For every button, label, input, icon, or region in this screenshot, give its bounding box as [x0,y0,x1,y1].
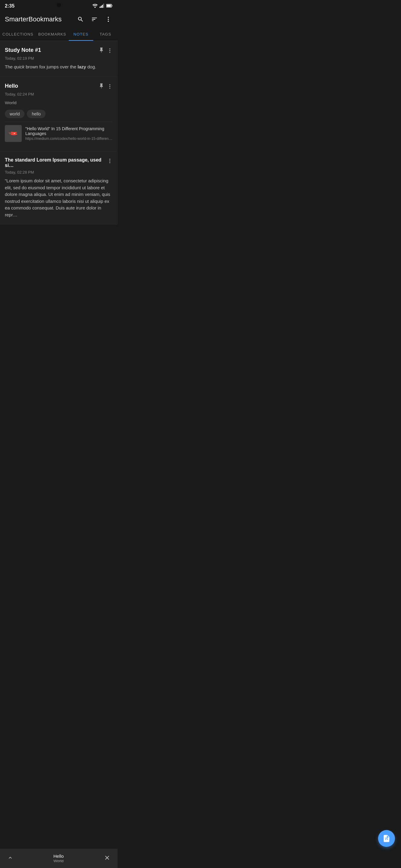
tag-chip[interactable]: hello [27,110,46,118]
svg-point-10 [108,21,109,22]
app-title: SmarterBookmarks [5,16,76,23]
note-timestamp: Today, 02:19 PM [5,56,113,61]
svg-point-19 [109,162,110,163]
battery-icon [106,4,113,8]
note-preview: World [5,99,113,106]
note-card-actions [98,83,113,90]
pin-icon [98,83,105,90]
svg-point-14 [109,84,110,85]
svg-rect-6 [112,5,113,7]
note-preview: The quick brown fox jumps over the lazy … [5,64,113,70]
note-header: Study Note #1 [5,47,113,54]
svg-rect-3 [102,5,103,8]
note-preview: "Lorem ipsum dolor sit amet, consectetur… [5,178,113,218]
svg-rect-2 [101,6,102,8]
svg-rect-1 [99,7,101,8]
note-title: The standard Lorem Ipsum passage, used s… [5,157,107,168]
pin-icon [98,47,105,54]
tab-collections[interactable]: COLLECTIONS [0,28,36,41]
strikethrough-text: World [5,100,17,105]
note-title: Hello [5,83,98,89]
tab-tags[interactable]: TAGS [93,28,118,41]
bookmark-title: "Hello World" In 15 Different Programmin… [25,126,113,136]
svg-point-13 [109,52,110,53]
status-bar: 2:35 [0,0,118,11]
more-options-button[interactable] [104,15,113,24]
bookmark-thumb-icon: 🔖 [7,128,19,139]
tag-chip[interactable]: world [5,110,24,118]
note-more-button[interactable] [107,158,113,164]
notes-list: Study Note #1 Today, 02:19 PM The [0,41,118,224]
svg-point-18 [109,160,110,161]
bookmark-url: https://medium.com/codex/hello-world-in-… [25,136,113,141]
svg-point-15 [109,86,110,87]
note-card[interactable]: Hello Today, 02:24 PM World [0,77,118,152]
note-header: Hello [5,83,113,90]
status-icons [92,4,113,9]
note-title: Study Note #1 [5,47,98,53]
tab-bookmarks[interactable]: BOOKMARKS [36,28,69,41]
svg-point-11 [109,49,110,50]
signal-icon [99,4,105,9]
tab-notes[interactable]: NOTES [69,28,93,41]
svg-point-8 [108,17,109,18]
note-more-button[interactable] [107,84,113,90]
bookmark-attachment[interactable]: 🔖 "Hello World" In 15 Different Programm… [5,122,113,145]
filter-button[interactable] [90,15,99,24]
status-time: 2:35 [5,3,15,9]
note-more-button[interactable] [107,48,113,54]
svg-point-17 [109,159,110,160]
tags-container: world hello [5,110,113,118]
camera-notch [57,3,61,7]
svg-point-9 [108,19,109,20]
bookmark-info: "Hello World" In 15 Different Programmin… [25,126,113,141]
note-card-actions [98,47,113,54]
tabs: COLLECTIONS BOOKMARKS NOTES TAGS [0,28,118,41]
svg-point-12 [109,50,110,51]
note-card-actions [107,158,113,164]
svg-point-16 [109,88,110,89]
note-timestamp: Today, 02:24 PM [5,92,113,96]
svg-rect-7 [107,5,111,7]
svg-rect-4 [103,4,104,8]
search-button[interactable] [76,15,85,24]
bookmark-thumbnail: 🔖 [5,125,22,142]
app-bar: SmarterBookmarks [0,11,118,28]
svg-point-0 [94,7,96,8]
note-card[interactable]: The standard Lorem Ipsum passage, used s… [0,151,118,224]
app-bar-actions [76,15,113,24]
note-header: The standard Lorem Ipsum passage, used s… [5,157,113,168]
note-card[interactable]: Study Note #1 Today, 02:19 PM The [0,41,118,77]
note-timestamp: Today, 02:28 PM [5,170,113,175]
wifi-icon [92,4,98,9]
